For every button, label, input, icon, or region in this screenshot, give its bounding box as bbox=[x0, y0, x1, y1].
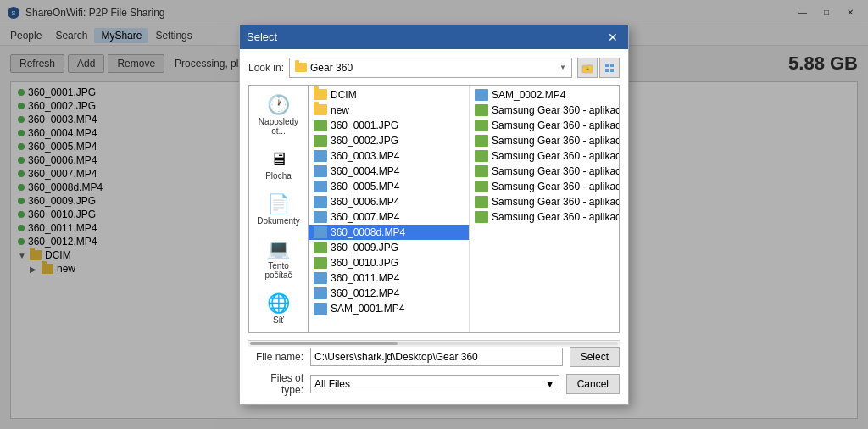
shortcut-recent[interactable]: 🕐 Naposledy ot... bbox=[253, 91, 304, 138]
image-icon bbox=[475, 211, 488, 223]
svg-rect-7 bbox=[610, 69, 614, 72]
file-name: DCIM bbox=[331, 89, 357, 101]
toolbar-icons: + bbox=[577, 58, 620, 78]
scrollbar-track bbox=[250, 342, 618, 345]
file-entry-right-0[interactable]: SAM_0002.MP4 bbox=[470, 87, 619, 103]
filename-label: File name: bbox=[248, 351, 303, 363]
dropdown-caret-icon: ▼ bbox=[559, 64, 566, 71]
file-name: 360_0008d.MP4 bbox=[331, 226, 405, 238]
filetype-select[interactable]: All Files ▼ bbox=[310, 375, 559, 393]
horizontal-scrollbar[interactable] bbox=[248, 340, 620, 347]
look-in-dropdown[interactable]: Gear 360 ▼ bbox=[289, 58, 572, 78]
file-name: 360_0011.MP4 bbox=[331, 272, 399, 284]
dialog-close-button[interactable]: ✕ bbox=[604, 29, 621, 46]
file-entry-right-1[interactable]: Samsung Gear 360 - aplikace gear (1).p bbox=[470, 103, 619, 118]
file-entry-vid5[interactable]: 360_0007.MP4 bbox=[309, 209, 469, 225]
file-name: new bbox=[331, 104, 349, 116]
file-entry-right-5[interactable]: Samsung Gear 360 - aplikace gear (6).p bbox=[470, 164, 619, 179]
file-name: 360_0007.MP4 bbox=[331, 211, 399, 223]
file-entry-vid7[interactable]: 360_0012.MP4 bbox=[309, 286, 469, 301]
shortcut-desktop[interactable]: 🖥 Plocha bbox=[253, 145, 304, 183]
shortcut-network[interactable]: 🌐 Síť bbox=[253, 289, 304, 327]
file-name: 360_0006.MP4 bbox=[331, 196, 399, 208]
image-icon bbox=[475, 196, 488, 208]
file-entry-vid1[interactable]: 360_0003.MP4 bbox=[309, 148, 469, 164]
file-name: 360_0002.JPG bbox=[331, 135, 398, 147]
browser-pane: 🕐 Naposledy ot... 🖥 Plocha 📄 Dokumenty 💻… bbox=[248, 85, 620, 333]
video-icon bbox=[314, 165, 327, 177]
file-name: Samsung Gear 360 - aplikace gear (4).p bbox=[492, 135, 619, 147]
image-icon bbox=[475, 150, 488, 162]
file-entry-right-6[interactable]: Samsung Gear 360 - aplikace gear (7).p bbox=[470, 179, 619, 194]
view-list-button[interactable] bbox=[599, 58, 620, 78]
file-entry-img1[interactable]: 360_0001.JPG bbox=[309, 118, 469, 133]
dialog-title: Select bbox=[247, 31, 277, 43]
video-icon bbox=[314, 181, 327, 192]
scrollbar-thumb[interactable] bbox=[250, 342, 398, 345]
image-icon bbox=[314, 135, 327, 147]
shortcut-documents-label: Dokumenty bbox=[257, 216, 300, 226]
new-folder-button[interactable]: + bbox=[577, 58, 598, 78]
shortcut-recent-label: Naposledy ot... bbox=[256, 117, 302, 136]
file-name: 360_0010.JPG bbox=[331, 257, 398, 269]
image-icon bbox=[475, 120, 488, 131]
filename-input[interactable] bbox=[310, 348, 563, 366]
filename-row: File name: Select bbox=[248, 347, 620, 367]
file-entry-right-4[interactable]: Samsung Gear 360 - aplikace gear (5).p bbox=[470, 148, 619, 164]
network-icon: 🌐 bbox=[265, 292, 292, 315]
file-name: Samsung Gear 360 - aplikace gear (3).p bbox=[492, 120, 619, 131]
recent-icon: 🕐 bbox=[265, 93, 292, 117]
folder-icon bbox=[295, 63, 307, 72]
file-entry-img3[interactable]: 360_0009.JPG bbox=[309, 240, 469, 255]
svg-text:+: + bbox=[586, 65, 590, 73]
file-entry-new[interactable]: new bbox=[309, 103, 469, 118]
shortcuts-panel: 🕐 Naposledy ot... 🖥 Plocha 📄 Dokumenty 💻… bbox=[248, 85, 308, 333]
documents-icon: 📄 bbox=[265, 192, 292, 216]
file-name: 360_0012.MP4 bbox=[331, 287, 399, 299]
file-entry-img2[interactable]: 360_0002.JPG bbox=[309, 133, 469, 148]
select-button[interactable]: Select bbox=[570, 347, 620, 367]
image-icon bbox=[314, 242, 327, 254]
file-name: 360_0005.MP4 bbox=[331, 181, 399, 192]
list-view-icon bbox=[604, 62, 615, 74]
image-icon bbox=[475, 165, 488, 177]
select-dialog: Select ✕ Look in: Gear 360 ▼ + bbox=[239, 25, 629, 405]
file-entry-right-2[interactable]: Samsung Gear 360 - aplikace gear (3).p bbox=[470, 118, 619, 133]
file-entry-vid2[interactable]: 360_0004.MP4 bbox=[309, 164, 469, 179]
file-entry-vid3[interactable]: 360_0005.MP4 bbox=[309, 179, 469, 194]
shortcut-computer[interactable]: 💻 Tento počítač bbox=[253, 235, 304, 282]
file-name: Samsung Gear 360 - aplikace pro PC.jp bbox=[492, 211, 619, 223]
file-entry-vid6[interactable]: 360_0011.MP4 bbox=[309, 270, 469, 286]
file-entry-img4[interactable]: 360_0010.JPG bbox=[309, 255, 469, 270]
new-folder-icon: + bbox=[581, 62, 593, 74]
video-icon bbox=[314, 272, 327, 284]
folder-icon bbox=[314, 104, 327, 115]
shortcut-documents[interactable]: 📄 Dokumenty bbox=[253, 190, 304, 228]
dialog-title-bar: Select ✕ bbox=[240, 25, 628, 49]
file-entry-right-3[interactable]: Samsung Gear 360 - aplikace gear (4).p bbox=[470, 133, 619, 148]
video-icon bbox=[314, 287, 327, 299]
file-entry-vid4[interactable]: 360_0006.MP4 bbox=[309, 194, 469, 209]
shortcut-computer-label: Tento počítač bbox=[256, 261, 302, 280]
video-icon bbox=[314, 150, 327, 162]
desktop-icon: 🖥 bbox=[265, 148, 292, 171]
video-icon bbox=[475, 89, 488, 101]
image-icon bbox=[314, 257, 327, 269]
look-in-value: Gear 360 bbox=[310, 62, 353, 74]
svg-rect-6 bbox=[605, 69, 609, 72]
file-name: Samsung Gear 360 - aplikace gear (1).p bbox=[492, 104, 619, 116]
file-name: 360_0001.JPG bbox=[331, 120, 398, 131]
file-entry-dcim[interactable]: DCIM bbox=[309, 87, 469, 103]
file-entry-right-8[interactable]: Samsung Gear 360 - aplikace pro PC.jp bbox=[470, 209, 619, 225]
shortcut-desktop-label: Plocha bbox=[265, 171, 292, 181]
file-entry-right-7[interactable]: Samsung Gear 360 - aplikace pro PC 2. bbox=[470, 194, 619, 209]
file-name: Samsung Gear 360 - aplikace pro PC 2. bbox=[492, 196, 619, 208]
file-name: Samsung Gear 360 - aplikace gear (7).p bbox=[492, 181, 619, 192]
image-icon bbox=[475, 104, 488, 116]
cancel-button[interactable]: Cancel bbox=[566, 374, 620, 394]
file-entry-vid-selected[interactable]: 360_0008d.MP4 bbox=[309, 225, 469, 240]
dialog-body: Look in: Gear 360 ▼ + bbox=[240, 49, 628, 404]
file-name: SAM_0001.MP4 bbox=[331, 303, 404, 315]
filetype-row: Files of type: All Files ▼ Cancel bbox=[248, 372, 620, 396]
file-entry-vid8[interactable]: SAM_0001.MP4 bbox=[309, 301, 469, 316]
